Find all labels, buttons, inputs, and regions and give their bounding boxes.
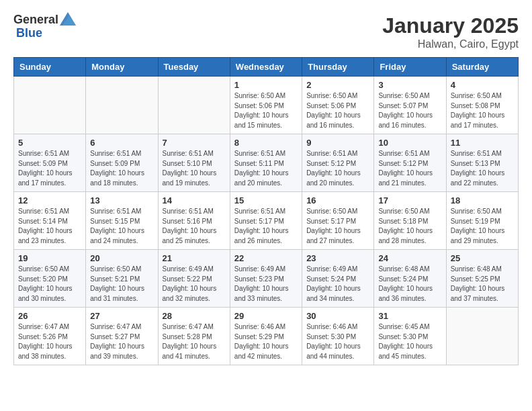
- calendar-cell: 31Sunrise: 6:45 AMSunset: 5:30 PMDayligh…: [374, 308, 446, 365]
- day-number: 19: [18, 253, 81, 263]
- day-number: 17: [378, 195, 441, 205]
- day-number: 14: [163, 195, 226, 205]
- day-info: Sunrise: 6:48 AMSunset: 5:24 PMDaylight:…: [378, 265, 441, 304]
- day-info: Sunrise: 6:49 AMSunset: 5:22 PMDaylight:…: [163, 265, 226, 304]
- day-info: Sunrise: 6:46 AMSunset: 5:30 PMDaylight:…: [306, 322, 369, 361]
- calendar-cell: 9Sunrise: 6:51 AMSunset: 5:12 PMDaylight…: [302, 134, 374, 192]
- calendar-cell: 27Sunrise: 6:47 AMSunset: 5:27 PMDayligh…: [86, 308, 158, 365]
- day-number: 25: [451, 253, 514, 263]
- logo-icon: [60, 12, 76, 26]
- day-number: 13: [90, 195, 153, 205]
- day-number: 23: [306, 253, 369, 263]
- calendar-cell: 23Sunrise: 6:49 AMSunset: 5:24 PMDayligh…: [302, 250, 374, 308]
- day-info: Sunrise: 6:51 AMSunset: 5:15 PMDaylight:…: [90, 207, 153, 246]
- day-number: 24: [378, 253, 441, 263]
- calendar-cell: 3Sunrise: 6:50 AMSunset: 5:07 PMDaylight…: [374, 77, 446, 134]
- calendar-cell: 13Sunrise: 6:51 AMSunset: 5:15 PMDayligh…: [86, 192, 158, 250]
- calendar-cell: 12Sunrise: 6:51 AMSunset: 5:14 PMDayligh…: [14, 192, 86, 250]
- day-info: Sunrise: 6:50 AMSunset: 5:18 PMDaylight:…: [378, 207, 441, 246]
- calendar-table: SundayMondayTuesdayWednesdayThursdayFrid…: [13, 57, 519, 365]
- day-number: 11: [451, 138, 514, 148]
- day-number: 20: [90, 253, 153, 263]
- weekday-header-wednesday: Wednesday: [230, 58, 302, 77]
- day-info: Sunrise: 6:50 AMSunset: 5:21 PMDaylight:…: [90, 265, 153, 304]
- day-info: Sunrise: 6:51 AMSunset: 5:10 PMDaylight:…: [163, 149, 226, 188]
- day-number: 3: [378, 80, 441, 90]
- calendar-cell: 15Sunrise: 6:51 AMSunset: 5:17 PMDayligh…: [230, 192, 302, 250]
- calendar-cell: 28Sunrise: 6:47 AMSunset: 5:28 PMDayligh…: [158, 308, 230, 365]
- day-info: Sunrise: 6:46 AMSunset: 5:29 PMDaylight:…: [234, 322, 298, 361]
- day-number: 21: [163, 253, 226, 263]
- weekday-header-monday: Monday: [86, 58, 158, 77]
- weekday-header-row: SundayMondayTuesdayWednesdayThursdayFrid…: [14, 58, 519, 77]
- day-info: Sunrise: 6:51 AMSunset: 5:12 PMDaylight:…: [306, 149, 369, 188]
- calendar-cell: 5Sunrise: 6:51 AMSunset: 5:09 PMDaylight…: [14, 134, 86, 192]
- day-info: Sunrise: 6:49 AMSunset: 5:24 PMDaylight:…: [306, 265, 369, 304]
- day-number: 22: [234, 253, 298, 263]
- day-info: Sunrise: 6:51 AMSunset: 5:09 PMDaylight:…: [90, 149, 153, 188]
- calendar-cell: 22Sunrise: 6:49 AMSunset: 5:23 PMDayligh…: [230, 250, 302, 308]
- calendar-cell: [14, 77, 86, 134]
- day-number: 7: [163, 138, 226, 148]
- day-number: 28: [163, 311, 226, 321]
- day-info: Sunrise: 6:50 AMSunset: 5:06 PMDaylight:…: [234, 91, 298, 130]
- calendar-cell: [446, 308, 518, 365]
- weekday-header-friday: Friday: [374, 58, 446, 77]
- day-info: Sunrise: 6:50 AMSunset: 5:19 PMDaylight:…: [451, 207, 514, 246]
- day-number: 1: [234, 80, 298, 90]
- calendar-cell: 21Sunrise: 6:49 AMSunset: 5:22 PMDayligh…: [158, 250, 230, 308]
- day-number: 15: [234, 195, 298, 205]
- day-info: Sunrise: 6:47 AMSunset: 5:28 PMDaylight:…: [163, 322, 226, 361]
- page-header: General Blue January 2025 Halwan, Cairo,…: [13, 13, 519, 50]
- day-number: 29: [234, 311, 298, 321]
- calendar-cell: 17Sunrise: 6:50 AMSunset: 5:18 PMDayligh…: [374, 192, 446, 250]
- calendar-cell: 11Sunrise: 6:51 AMSunset: 5:13 PMDayligh…: [446, 134, 518, 192]
- day-info: Sunrise: 6:48 AMSunset: 5:25 PMDaylight:…: [451, 265, 514, 304]
- week-row-5: 26Sunrise: 6:47 AMSunset: 5:26 PMDayligh…: [14, 308, 519, 365]
- day-info: Sunrise: 6:51 AMSunset: 5:09 PMDaylight:…: [18, 149, 81, 188]
- calendar-cell: 26Sunrise: 6:47 AMSunset: 5:26 PMDayligh…: [14, 308, 86, 365]
- calendar-cell: 30Sunrise: 6:46 AMSunset: 5:30 PMDayligh…: [302, 308, 374, 365]
- day-info: Sunrise: 6:51 AMSunset: 5:16 PMDaylight:…: [163, 207, 226, 246]
- weekday-header-saturday: Saturday: [446, 58, 518, 77]
- day-info: Sunrise: 6:51 AMSunset: 5:14 PMDaylight:…: [18, 207, 81, 246]
- calendar-cell: 8Sunrise: 6:51 AMSunset: 5:11 PMDaylight…: [230, 134, 302, 192]
- day-number: 27: [90, 311, 153, 321]
- day-number: 31: [378, 311, 441, 321]
- logo-text-blue: Blue: [16, 27, 42, 40]
- day-number: 16: [306, 195, 369, 205]
- day-number: 30: [306, 311, 369, 321]
- day-number: 18: [451, 195, 514, 205]
- calendar-cell: 2Sunrise: 6:50 AMSunset: 5:06 PMDaylight…: [302, 77, 374, 134]
- logo-text-general: General: [13, 13, 58, 27]
- day-number: 26: [18, 311, 81, 321]
- week-row-4: 19Sunrise: 6:50 AMSunset: 5:20 PMDayligh…: [14, 250, 519, 308]
- day-number: 4: [451, 80, 514, 90]
- calendar-cell: 19Sunrise: 6:50 AMSunset: 5:20 PMDayligh…: [14, 250, 86, 308]
- day-info: Sunrise: 6:49 AMSunset: 5:23 PMDaylight:…: [234, 265, 298, 304]
- calendar-cell: 20Sunrise: 6:50 AMSunset: 5:21 PMDayligh…: [86, 250, 158, 308]
- day-number: 10: [378, 138, 441, 148]
- month-title: January 2025: [382, 13, 519, 38]
- calendar-cell: 4Sunrise: 6:50 AMSunset: 5:08 PMDaylight…: [446, 77, 518, 134]
- day-info: Sunrise: 6:50 AMSunset: 5:06 PMDaylight:…: [306, 91, 369, 130]
- weekday-header-sunday: Sunday: [14, 58, 86, 77]
- day-number: 2: [306, 80, 369, 90]
- calendar-cell: 24Sunrise: 6:48 AMSunset: 5:24 PMDayligh…: [374, 250, 446, 308]
- calendar-cell: 10Sunrise: 6:51 AMSunset: 5:12 PMDayligh…: [374, 134, 446, 192]
- day-info: Sunrise: 6:51 AMSunset: 5:11 PMDaylight:…: [234, 149, 298, 188]
- day-info: Sunrise: 6:50 AMSunset: 5:08 PMDaylight:…: [451, 91, 514, 130]
- day-number: 12: [18, 195, 81, 205]
- calendar-cell: 6Sunrise: 6:51 AMSunset: 5:09 PMDaylight…: [86, 134, 158, 192]
- calendar-cell: [86, 77, 158, 134]
- calendar-cell: [158, 77, 230, 134]
- calendar-cell: 14Sunrise: 6:51 AMSunset: 5:16 PMDayligh…: [158, 192, 230, 250]
- day-number: 8: [234, 138, 298, 148]
- weekday-header-tuesday: Tuesday: [158, 58, 230, 77]
- week-row-3: 12Sunrise: 6:51 AMSunset: 5:14 PMDayligh…: [14, 192, 519, 250]
- week-row-2: 5Sunrise: 6:51 AMSunset: 5:09 PMDaylight…: [14, 134, 519, 192]
- day-info: Sunrise: 6:51 AMSunset: 5:17 PMDaylight:…: [234, 207, 298, 246]
- day-info: Sunrise: 6:47 AMSunset: 5:27 PMDaylight:…: [90, 322, 153, 361]
- day-info: Sunrise: 6:45 AMSunset: 5:30 PMDaylight:…: [378, 322, 441, 361]
- day-number: 5: [18, 138, 81, 148]
